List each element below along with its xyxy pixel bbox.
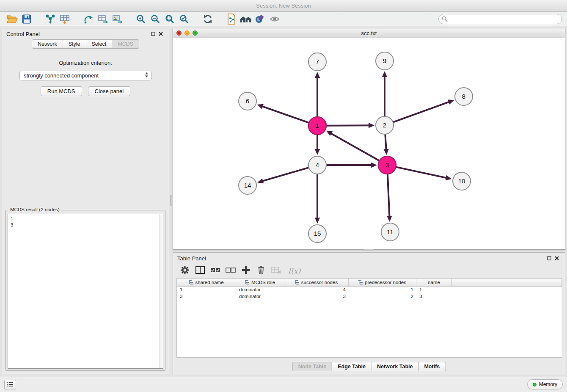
column-tree-icon — [189, 280, 193, 284]
column-header-successor-nodes[interactable]: successor nodes — [284, 279, 349, 287]
add-column-button[interactable] — [240, 265, 252, 276]
zoom-fit-icon — [165, 14, 175, 24]
close-panel-button[interactable]: Close panel — [88, 86, 131, 96]
export-table-button[interactable] — [96, 13, 110, 25]
zoom-selected-button[interactable] — [177, 13, 191, 25]
graph-edge-3-11[interactable] — [388, 174, 389, 217]
select-all-button[interactable] — [209, 265, 221, 276]
memory-button[interactable]: Memory — [527, 379, 563, 389]
column-header-shared-name[interactable]: shared name — [177, 279, 236, 287]
table-settings-button[interactable] — [179, 265, 191, 276]
graph-edge-arrowhead — [315, 218, 320, 224]
tab-edge-table[interactable]: Edge Table — [332, 362, 372, 371]
export-image-button[interactable] — [110, 13, 124, 25]
table-row[interactable]: 3dominator323 — [177, 293, 562, 300]
column-tree-icon — [295, 280, 300, 284]
graph-edge-arrowhead — [257, 178, 264, 183]
table-panel-tabs: Node TableEdge TableNetwork TableMotifs — [292, 362, 446, 371]
open-file-button[interactable] — [5, 13, 19, 25]
zoom-fit-button[interactable] — [162, 13, 177, 25]
table-cell[interactable]: 1 — [349, 287, 416, 293]
zoom-in-button[interactable] — [134, 13, 148, 25]
column-header-predecessor-nodes[interactable]: predecessor nodes — [349, 279, 416, 287]
run-mcds-button[interactable]: Run MCDS — [41, 86, 82, 96]
search-icon — [442, 16, 448, 22]
graph-edge-4-14[interactable] — [262, 168, 308, 181]
delete-table-icon — [271, 266, 281, 276]
save-session-button[interactable] — [19, 13, 34, 25]
eye-button[interactable] — [267, 13, 282, 25]
graph-node-label: 15 — [314, 230, 321, 237]
mcds-result-line: 3 — [11, 222, 160, 228]
restore-icon[interactable] — [149, 30, 157, 38]
style-wand-button[interactable] — [253, 13, 267, 25]
tab-style[interactable]: Style — [63, 39, 86, 49]
save-session-icon — [22, 14, 31, 24]
horizontal-splitter-grip[interactable] — [363, 249, 374, 251]
network-canvas[interactable]: 7968124314101511 — [173, 38, 565, 249]
result-scrollbar[interactable] — [159, 214, 163, 368]
close-icon[interactable] — [553, 254, 561, 262]
table-cell[interactable]: dominator — [236, 287, 284, 293]
houses-button[interactable] — [239, 13, 253, 25]
tab-network-table[interactable]: Network Table — [372, 362, 419, 371]
table-cell[interactable]: 3 — [416, 293, 452, 300]
graph-edge-3-10[interactable] — [396, 167, 447, 178]
table-cell[interactable]: 4 — [284, 287, 349, 293]
table-body: 1dominator4113dominator323 — [177, 287, 562, 300]
node-table: shared name MCDS role successor nodes pr… — [176, 278, 562, 358]
table-cell[interactable]: 3 — [284, 293, 349, 300]
network-window-titlebar: scc.txt × − + — [173, 28, 565, 38]
table-cell[interactable]: 1 — [177, 287, 236, 293]
deselect-all-button[interactable] — [225, 265, 237, 276]
network-file-button[interactable] — [224, 13, 239, 25]
column-header-name[interactable]: name — [416, 279, 452, 287]
network-view-window: scc.txt × − + 7968124314101511 — [173, 28, 565, 250]
table-cell[interactable]: 1 — [416, 287, 452, 293]
main-toolbar — [0, 12, 567, 26]
delete-column-button[interactable] — [255, 265, 267, 276]
import-table-button[interactable] — [58, 13, 72, 25]
select-all-icon — [210, 267, 220, 275]
export-network-button[interactable] — [81, 13, 96, 25]
status-menu-button[interactable] — [4, 380, 16, 389]
optimization-criterion-dropdown[interactable]: strongly connected component — [19, 71, 151, 80]
search-input[interactable] — [438, 14, 562, 24]
tab-node-table[interactable]: Node Table — [292, 362, 332, 371]
graph-node-label: 14 — [244, 182, 251, 189]
add-row-icon — [242, 266, 250, 276]
eye-icon — [270, 15, 280, 23]
graph-edge-1-2[interactable] — [327, 125, 369, 126]
table-cell[interactable]: 3 — [177, 293, 236, 300]
table-row[interactable]: 1dominator411 — [177, 287, 562, 293]
graph-edge-2-3[interactable] — [385, 135, 386, 150]
dropdown-selected-value: strongly connected component — [24, 72, 145, 79]
graph-edge-1-6[interactable] — [262, 106, 308, 123]
tab-network[interactable]: Network — [32, 39, 63, 49]
import-network-button[interactable] — [43, 13, 58, 25]
graph-edge-arrowhead — [383, 149, 388, 155]
table-cell[interactable]: 2 — [349, 293, 416, 300]
vertical-splitter-grip[interactable] — [170, 195, 172, 206]
column-header-mcds-role[interactable]: MCDS role — [236, 279, 284, 287]
tab-mcds[interactable]: MCDS — [112, 39, 139, 49]
control-panel-title: Control Panel — [6, 31, 40, 37]
zoom-out-button[interactable] — [148, 13, 162, 25]
graph-node-label: 6 — [246, 97, 249, 105]
restore-icon[interactable] — [545, 254, 553, 262]
window-titlebar: Session: New Session — [0, 0, 567, 12]
import-network-icon — [45, 14, 55, 24]
tab-select[interactable]: Select — [86, 39, 113, 49]
graph-node-label: 1 — [316, 122, 319, 129]
graph-edge-3-1[interactable] — [330, 133, 379, 161]
zoom-in-icon — [136, 14, 146, 24]
column-header-label: name — [428, 280, 440, 285]
mcds-result-fieldset: MCDS result (2 nodes) 13 — [6, 210, 165, 371]
show-columns-button[interactable] — [194, 265, 206, 276]
close-icon[interactable] — [157, 30, 165, 38]
table-toolbar: f(x) — [173, 264, 565, 279]
tab-motifs[interactable]: Motifs — [418, 362, 446, 371]
table-cell[interactable]: dominator — [236, 293, 284, 300]
graph-edge-2-8[interactable] — [394, 102, 449, 122]
refresh-button[interactable] — [201, 13, 215, 25]
